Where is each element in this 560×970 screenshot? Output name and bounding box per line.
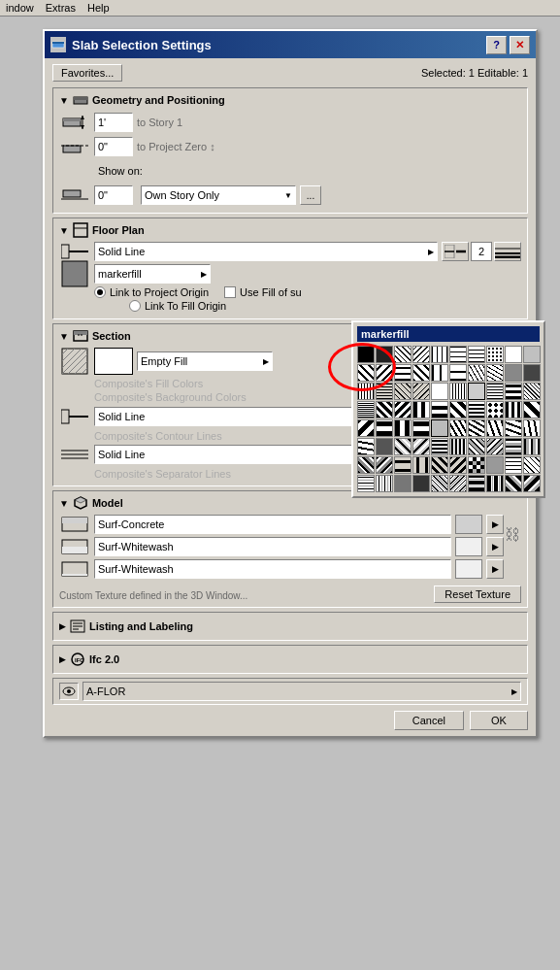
fill-cell-38[interactable]: [486, 401, 504, 418]
fill-cell-65[interactable]: [431, 456, 448, 474]
fill-cell-4[interactable]: [412, 346, 430, 363]
fill-cell-35[interactable]: [431, 401, 448, 418]
fill-cell-21[interactable]: [357, 383, 375, 400]
fill-cell-51[interactable]: [357, 438, 375, 455]
ok-button[interactable]: OK: [470, 711, 528, 730]
fill-cell-15[interactable]: [431, 364, 448, 382]
fill-cell-39[interactable]: [505, 401, 522, 418]
link-project-radio-btn[interactable]: [94, 286, 106, 298]
fill-cell-68[interactable]: [486, 456, 504, 474]
help-button[interactable]: ?: [486, 36, 507, 54]
fill-cell-74[interactable]: [412, 475, 430, 492]
fill-cell-18[interactable]: [486, 364, 504, 382]
fill-cell-76[interactable]: [449, 475, 467, 492]
menu-help[interactable]: Help: [87, 2, 110, 14]
layer-dropdown[interactable]: A-FLOR ▶: [82, 682, 521, 701]
fill-cell-61[interactable]: [357, 456, 375, 474]
fill-cell-48[interactable]: [486, 419, 504, 437]
fill-cell-71[interactable]: [357, 475, 375, 492]
fill-cell-37[interactable]: [468, 401, 485, 418]
favorites-button[interactable]: Favorites...: [52, 64, 122, 82]
fill-cell-73[interactable]: [394, 475, 412, 492]
line-weight-button[interactable]: [494, 242, 521, 261]
line-style-button[interactable]: [442, 242, 469, 261]
fill-cell-19[interactable]: [505, 364, 522, 382]
surf2-dropdown[interactable]: Surf-Whitewash: [94, 537, 451, 556]
fill-cell-34[interactable]: [412, 401, 430, 418]
surf2-arrow-button[interactable]: ▶: [486, 537, 504, 556]
link-fill-radio-btn[interactable]: [129, 300, 141, 312]
fill-cell-70[interactable]: [523, 456, 541, 474]
solid-line-dropdown[interactable]: Solid Line ▶: [94, 242, 438, 261]
surf1-dropdown[interactable]: Surf-Concrete: [94, 515, 451, 534]
fill-cell-72[interactable]: [376, 475, 393, 492]
fill-cell-11[interactable]: [357, 364, 375, 382]
fill-cell-47[interactable]: [468, 419, 485, 437]
geometry-header[interactable]: ▼ Geometry and Positioning: [59, 92, 521, 108]
fill-cell-2[interactable]: [376, 346, 393, 363]
fill-cell-13[interactable]: [394, 364, 412, 382]
fill-cell-9[interactable]: [505, 346, 522, 363]
fill-cell-55[interactable]: [431, 438, 448, 455]
fill-cell-58[interactable]: [486, 438, 504, 455]
fill-cell-14[interactable]: [412, 364, 430, 382]
fill-cell-24[interactable]: [412, 383, 430, 400]
fill-cell-43[interactable]: [394, 419, 412, 437]
floor-plan-header[interactable]: ▼ Floor Plan: [59, 222, 521, 238]
fill-cell-36[interactable]: [449, 401, 467, 418]
fill-cell-33[interactable]: [394, 401, 412, 418]
fill-cell-53[interactable]: [394, 438, 412, 455]
surf3-arrow-button[interactable]: ▶: [486, 559, 504, 579]
fill-cell-56[interactable]: [449, 438, 467, 455]
fill-cell-63[interactable]: [394, 456, 412, 474]
fill-cell-67[interactable]: [468, 456, 485, 474]
fill-cell-80[interactable]: [523, 475, 541, 492]
fill-cell-54[interactable]: [412, 438, 430, 455]
fill-cell-75[interactable]: [431, 475, 448, 492]
fill-cell-28[interactable]: [486, 383, 504, 400]
fill-cell-78[interactable]: [486, 475, 504, 492]
fill-cell-45[interactable]: [431, 419, 448, 437]
fill-cell-46[interactable]: [449, 419, 467, 437]
fill-cell-5[interactable]: [431, 346, 448, 363]
fill-cell-22[interactable]: [376, 383, 393, 400]
fill-cell-41[interactable]: [357, 419, 375, 437]
fill-cell-10[interactable]: [523, 346, 541, 363]
fill-cell-66[interactable]: [449, 456, 467, 474]
fill-cell-20[interactable]: [523, 364, 541, 382]
fill-cell-42[interactable]: [376, 419, 393, 437]
fill-cell-79[interactable]: [505, 475, 522, 492]
fill-cell-62[interactable]: [376, 456, 393, 474]
fill-cell-60[interactable]: [523, 438, 541, 455]
listing-header[interactable]: ▶ Listing and Labeling: [59, 617, 521, 636]
cancel-button[interactable]: Cancel: [394, 711, 464, 730]
surf3-dropdown[interactable]: Surf-Whitewash: [94, 559, 451, 579]
fill-cell-6[interactable]: [449, 346, 467, 363]
fill-cell-29[interactable]: [505, 383, 522, 400]
fill-cell-23[interactable]: [394, 383, 412, 400]
menu-extras[interactable]: Extras: [46, 2, 76, 14]
fill-cell-1[interactable]: [357, 346, 375, 363]
fill-cell-44[interactable]: [412, 419, 430, 437]
fill-cell-17[interactable]: [468, 364, 485, 382]
use-fill-checkbox[interactable]: Use Fill of su: [224, 286, 302, 298]
fill-cell-32[interactable]: [376, 401, 393, 418]
empty-fill-dropdown[interactable]: Empty Fill ▶: [137, 351, 273, 371]
fill-cell-49[interactable]: [505, 419, 522, 437]
fill-cell-40[interactable]: [523, 401, 541, 418]
fill-cell-8[interactable]: [486, 346, 504, 363]
fill-cell-7[interactable]: [468, 346, 485, 363]
fill-cell-31[interactable]: [357, 401, 375, 418]
fill-cell-30[interactable]: [523, 383, 541, 400]
fill-cell-3[interactable]: [394, 346, 412, 363]
fill-cell-59[interactable]: [505, 438, 522, 455]
fill-dropdown[interactable]: markerfill ▶: [94, 264, 211, 284]
fill-cell-26[interactable]: [449, 383, 467, 400]
show-on-dropdown[interactable]: Own Story Only ▼: [141, 185, 296, 205]
fill-cell-25[interactable]: [431, 383, 448, 400]
fill-cell-77[interactable]: [468, 475, 485, 492]
reset-texture-button[interactable]: Reset Texture: [434, 585, 521, 603]
ifc-header[interactable]: ▶ IFC Ifc 2.0: [59, 650, 521, 669]
fill-cell-27[interactable]: [468, 383, 485, 400]
fill-cell-50[interactable]: [523, 419, 541, 437]
